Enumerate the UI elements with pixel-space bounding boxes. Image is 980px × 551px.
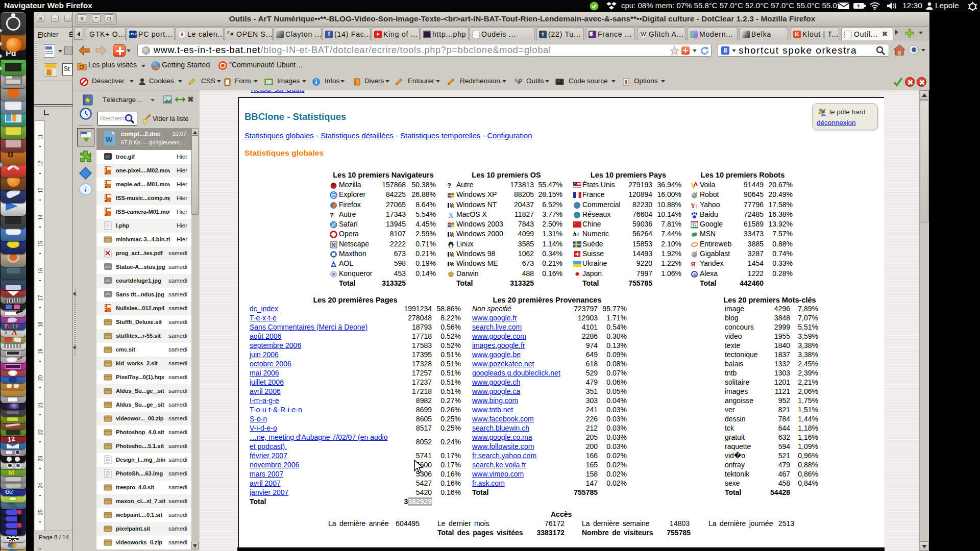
svg-text:GIF: GIF — [105, 155, 110, 158]
svg-text:N: N — [332, 241, 336, 247]
svg-text:X: X — [448, 211, 454, 219]
svg-text:JPG: JPG — [105, 265, 111, 268]
svg-text:G: G — [693, 222, 697, 228]
svg-text:JPG: JPG — [105, 279, 111, 282]
svg-text:JPG: JPG — [105, 293, 111, 296]
svg-text:W: W — [106, 136, 113, 144]
svg-text:i: i — [85, 186, 87, 193]
